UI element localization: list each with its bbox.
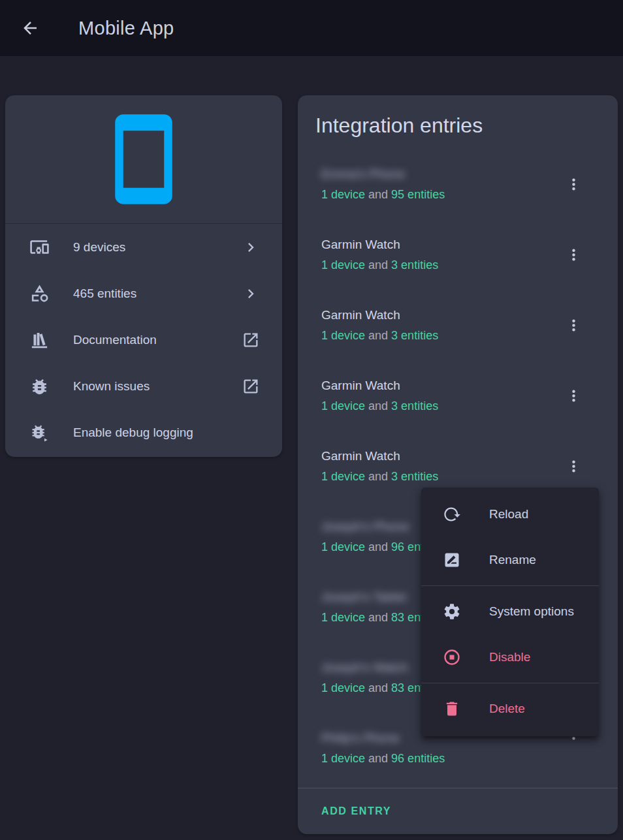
entry-subtitle-separator: and xyxy=(365,611,391,624)
info-row-entities[interactable]: 465 entities xyxy=(5,270,282,317)
menu-item-system-options[interactable]: System options xyxy=(421,589,599,634)
debug-logging-label: Enable debug logging xyxy=(73,426,260,440)
entry-context-menu: Reload Rename System options Disable Del… xyxy=(421,488,599,736)
page-title: Mobile App xyxy=(78,18,174,39)
entry-devices-link[interactable]: 1 device xyxy=(321,470,365,483)
entry-name: Joseph's Watch xyxy=(321,659,408,676)
entry-subtitle-separator: and xyxy=(365,329,391,342)
known-issues-label: Known issues xyxy=(73,379,242,394)
entry-subtitle-separator: and xyxy=(365,752,391,765)
app-header: Mobile App xyxy=(0,0,623,56)
entry-subtitle-separator: and xyxy=(365,540,391,553)
entry-subtitle-separator: and xyxy=(365,470,391,483)
entry-devices-link[interactable]: 1 device xyxy=(321,258,365,272)
menu-item-label: Delete xyxy=(489,702,525,716)
menu-item-disable[interactable]: Disable xyxy=(421,634,599,680)
entry-devices-link[interactable]: 1 device xyxy=(321,399,365,412)
entry-menu-button[interactable] xyxy=(560,382,586,409)
entry-name: Joseph's Phone xyxy=(321,518,409,535)
info-row-devices[interactable]: 9 devices xyxy=(5,224,282,270)
menu-divider xyxy=(421,585,599,586)
menu-item-label: Rename xyxy=(489,553,536,567)
menu-item-label: Reload xyxy=(489,507,528,521)
menu-divider xyxy=(421,683,599,683)
devices-icon xyxy=(29,237,50,257)
info-row-debug-logging[interactable]: Enable debug logging xyxy=(5,410,282,456)
entry-entities-link[interactable]: 95 entities xyxy=(391,188,445,201)
entry-menu-button[interactable] xyxy=(560,241,586,268)
menu-item-delete[interactable]: Delete xyxy=(421,686,599,732)
rename-box-icon xyxy=(443,551,461,569)
shapes-icon xyxy=(29,283,50,303)
cog-icon xyxy=(443,602,461,621)
documentation-label: Documentation xyxy=(73,333,242,347)
reload-icon xyxy=(443,505,461,523)
chevron-right-icon xyxy=(242,285,260,303)
add-entry-button[interactable]: ADD ENTRY xyxy=(321,800,391,822)
entry-entities-link[interactable]: 3 entities xyxy=(391,470,438,483)
entry-subtitle-separator: and xyxy=(365,188,391,201)
stop-circle-icon xyxy=(443,648,461,666)
entry-subtitle: 1 device and 96 entities xyxy=(321,751,618,766)
menu-item-reload[interactable]: Reload xyxy=(421,491,599,537)
open-in-new-icon xyxy=(242,377,260,396)
delete-icon xyxy=(443,700,461,718)
entry-entities-link[interactable]: 3 entities xyxy=(391,258,438,272)
entry-menu-button[interactable] xyxy=(560,453,586,479)
menu-item-rename[interactable]: Rename xyxy=(421,537,599,583)
add-entry-row: ADD ENTRY xyxy=(298,788,618,834)
integration-hero xyxy=(5,95,282,224)
menu-item-label: Disable xyxy=(489,650,530,664)
entry-entities-link[interactable]: 96 entities xyxy=(391,752,445,765)
menu-item-label: System options xyxy=(489,604,574,619)
entry-menu-button[interactable] xyxy=(560,171,586,197)
entries-card-title: Integration entries xyxy=(298,95,618,149)
dots-vertical-icon xyxy=(565,246,583,264)
entry-entities-link[interactable]: 3 entities xyxy=(391,399,438,412)
entry-devices-link[interactable]: 1 device xyxy=(321,752,365,765)
info-row-documentation[interactable]: Documentation xyxy=(5,317,282,363)
entry-subtitle-separator: and xyxy=(365,399,391,412)
integration-info-card: 9 devices 465 entities Documentation xyxy=(5,95,282,457)
entry-name: Joseph's Tablet xyxy=(321,589,406,606)
info-rows: 9 devices 465 entities Documentation xyxy=(5,224,282,456)
bug-icon xyxy=(29,377,50,397)
dots-vertical-icon xyxy=(565,458,583,475)
entry-name: Emma's Phone xyxy=(321,166,405,183)
bug-play-icon xyxy=(29,423,50,443)
cellphone-icon xyxy=(95,110,193,208)
arrow-left-icon xyxy=(20,18,40,38)
entry-devices-link[interactable]: 1 device xyxy=(321,611,365,624)
entry-row[interactable]: Garmin Watch 1 device and 3 entities xyxy=(298,219,618,290)
entry-subtitle-separator: and xyxy=(365,681,391,694)
entry-name: Philip's Phone xyxy=(321,730,400,747)
entry-subtitle-separator: and xyxy=(365,258,391,272)
entry-row[interactable]: Emma's Phone 1 device and 95 entities xyxy=(298,149,618,219)
dots-vertical-icon xyxy=(565,387,583,405)
entry-menu-button[interactable] xyxy=(560,312,586,338)
info-row-known-issues[interactable]: Known issues xyxy=(5,364,282,410)
devices-count-label: 9 devices xyxy=(73,240,242,255)
back-button[interactable] xyxy=(14,12,46,44)
entry-devices-link[interactable]: 1 device xyxy=(321,188,365,201)
entry-devices-link[interactable]: 1 device xyxy=(321,540,365,553)
entry-row[interactable]: Garmin Watch 1 device and 3 entities xyxy=(298,360,618,431)
open-in-new-icon xyxy=(242,331,260,349)
bookshelf-icon xyxy=(29,330,50,350)
dots-vertical-icon xyxy=(565,317,583,334)
dots-vertical-icon xyxy=(565,176,583,193)
entry-devices-link[interactable]: 1 device xyxy=(321,329,365,342)
entry-entities-link[interactable]: 3 entities xyxy=(391,329,438,342)
entry-devices-link[interactable]: 1 device xyxy=(321,681,365,694)
entities-count-label: 465 entities xyxy=(73,287,242,301)
chevron-right-icon xyxy=(242,238,260,257)
entry-row[interactable]: Garmin Watch 1 device and 3 entities xyxy=(298,290,618,360)
